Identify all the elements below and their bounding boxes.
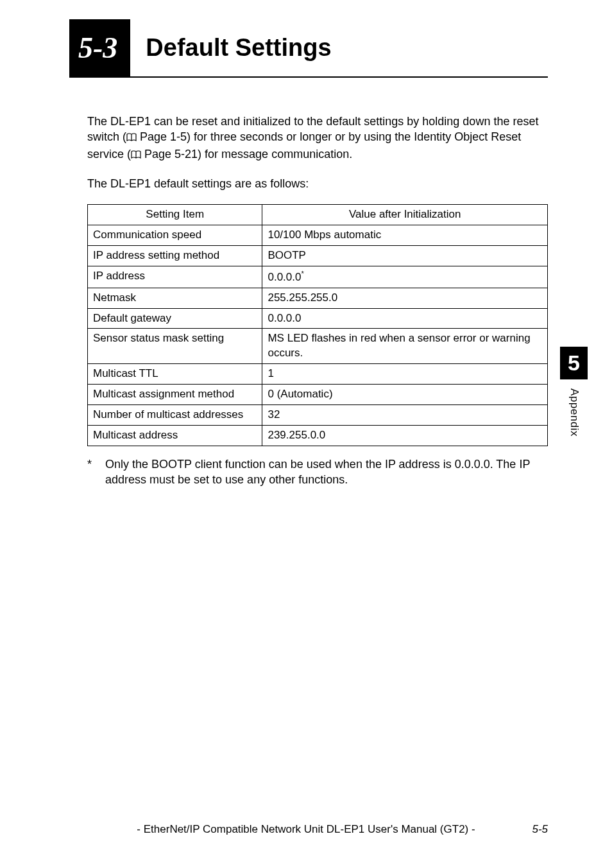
table-row: Multicast address239.255.0.0 [88, 426, 548, 446]
page-content: The DL-EP1 can be reset and initialized … [87, 78, 548, 488]
setting-item: Multicast assignment method [88, 385, 262, 405]
intro-paragraph: The DL-EP1 can be reset and initialized … [87, 114, 548, 163]
table-row: Number of multicast addresses32 [88, 405, 548, 426]
setting-item: IP address [88, 266, 262, 288]
setting-value: 255.255.255.0 [262, 288, 548, 308]
setting-value: 1 [262, 364, 548, 385]
footer-text: - EtherNet/IP Compatible Network Unit DL… [0, 823, 612, 836]
table-row: Netmask255.255.255.0 [88, 288, 548, 308]
setting-item: Multicast address [88, 426, 262, 446]
default-settings-table: Setting Item Value after Initialization … [87, 204, 548, 446]
footnote: * Only the BOOTP client function can be … [87, 456, 548, 488]
setting-value: MS LED flashes in red when a sensor erro… [262, 329, 548, 364]
page-reference-2: Page 5-21 [141, 148, 198, 161]
table-row: Multicast assignment method0 (Automatic) [88, 385, 548, 405]
section-title: Default Settings [130, 19, 331, 76]
book-icon [131, 148, 141, 163]
table-header-value: Value after Initialization [262, 205, 548, 225]
setting-item: Sensor status mask setting [88, 329, 262, 364]
setting-value: 10/100 Mbps automatic [262, 225, 548, 246]
setting-value: 0 (Automatic) [262, 385, 548, 405]
setting-value: 0.0.0.0 [262, 308, 548, 329]
setting-item: Multicast TTL [88, 364, 262, 385]
table-row: Multicast TTL1 [88, 364, 548, 385]
footnote-marker: * [87, 456, 105, 488]
side-chapter-tab: 5 Appendix [560, 347, 588, 437]
section-header: 5-3 Default Settings [0, 19, 612, 76]
setting-item: Number of multicast addresses [88, 405, 262, 426]
table-row: Sensor status mask settingMS LED flashes… [88, 329, 548, 364]
table-row: Default gateway0.0.0.0 [88, 308, 548, 329]
table-row: Communication speed10/100 Mbps automatic [88, 225, 548, 246]
setting-item: Netmask [88, 288, 262, 308]
table-row: IP address0.0.0.0* [88, 266, 548, 288]
book-icon [126, 130, 137, 146]
page-reference-1: Page 1-5 [137, 130, 187, 143]
setting-value: 239.255.0.0 [262, 426, 548, 446]
table-header-item: Setting Item [88, 205, 262, 225]
footer-page-number: 5-5 [532, 823, 548, 836]
side-chapter-label: Appendix [568, 388, 581, 437]
setting-item: Communication speed [88, 225, 262, 246]
setting-value: 0.0.0.0* [262, 266, 548, 288]
footnote-text: Only the BOOTP client function can be us… [105, 456, 548, 488]
setting-item: Default gateway [88, 308, 262, 329]
footnote-reference-star: * [301, 270, 303, 277]
section-number: 5-3 [69, 19, 130, 76]
side-chapter-number: 5 [560, 347, 588, 379]
table-header-row: Setting Item Value after Initialization [88, 205, 548, 225]
setting-value: 32 [262, 405, 548, 426]
setting-item: IP address setting method [88, 246, 262, 266]
setting-value: BOOTP [262, 246, 548, 266]
table-intro: The DL-EP1 default settings are as follo… [87, 176, 548, 191]
intro-text-3: ) for message communication. [198, 148, 352, 161]
table-row: IP address setting methodBOOTP [88, 246, 548, 266]
